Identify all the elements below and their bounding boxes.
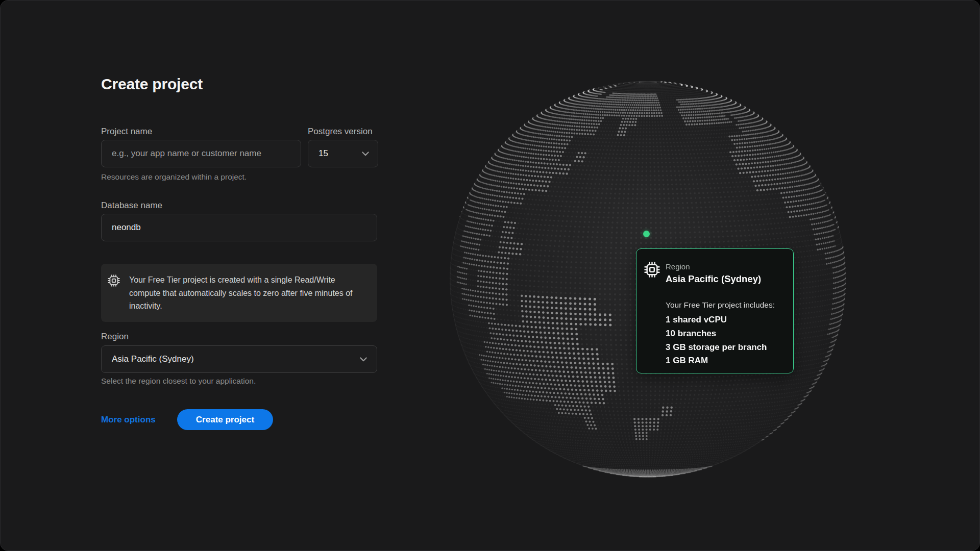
database-name-label: Database name [101, 201, 162, 211]
more-options-button[interactable]: More options [101, 414, 156, 426]
project-name-input[interactable] [102, 148, 301, 159]
postgres-version-label: Postgres version [308, 127, 373, 137]
compute-chip-icon [644, 262, 660, 278]
free-tier-note: Your Free Tier project is created with a… [129, 273, 358, 313]
project-name-helper: Resources are organized within a project… [101, 172, 247, 182]
tooltip-region-label: Region [666, 262, 690, 271]
tooltip-include-item: 1 shared vCPU [666, 313, 767, 327]
tooltip-include-item: 1 GB RAM [666, 354, 767, 368]
region-helper: Select the region closest to your applic… [101, 376, 256, 386]
compute-chip-icon [108, 274, 120, 287]
tooltip-includes-heading: Your Free Tier project includes: [666, 300, 775, 310]
project-name-label: Project name [101, 127, 152, 137]
database-name-input[interactable] [102, 222, 377, 233]
region-location-marker-icon [643, 231, 650, 237]
tooltip-includes-list: 1 shared vCPU 10 branches 3 GB storage p… [666, 313, 767, 368]
region-label: Region [101, 332, 129, 342]
region-tooltip-card: Region Asia Pacific (Sydney) Your Free T… [636, 248, 794, 373]
postgres-version-value: 15 [318, 148, 328, 159]
tooltip-include-item: 3 GB storage per branch [666, 341, 767, 355]
tooltip-region-value: Asia Pacific (Sydney) [666, 273, 761, 285]
screen: Region Asia Pacific (Sydney) Your Free T… [0, 0, 980, 551]
region-value: Asia Pacific (Sydney) [112, 354, 194, 364]
chevron-down-icon [358, 354, 369, 364]
free-tier-info-box: Your Free Tier project is created with a… [101, 264, 377, 322]
tooltip-include-item: 10 branches [666, 327, 767, 341]
project-name-field[interactable] [101, 140, 301, 167]
postgres-version-select[interactable]: 15 [308, 140, 378, 167]
create-project-button[interactable]: Create project [177, 409, 273, 430]
chevron-down-icon [360, 148, 371, 159]
region-select[interactable]: Asia Pacific (Sydney) [101, 345, 377, 373]
create-project-window: Region Asia Pacific (Sydney) Your Free T… [0, 0, 980, 551]
database-name-field[interactable] [101, 214, 377, 241]
page-title: Create project [101, 75, 203, 93]
